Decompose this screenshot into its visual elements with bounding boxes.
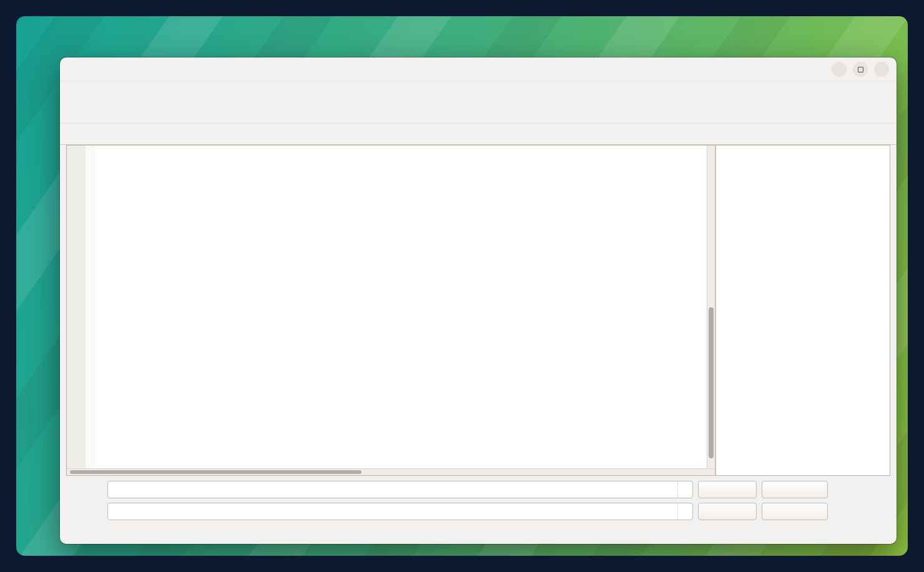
- minimize-button[interactable]: [832, 62, 847, 77]
- replace-combo: [107, 503, 693, 520]
- find-input[interactable]: [108, 481, 677, 498]
- find-row: [66, 480, 890, 498]
- horizontal-scroll-thumb[interactable]: [70, 470, 361, 474]
- title-bar[interactable]: [60, 57, 897, 81]
- maximize-button[interactable]: [853, 62, 868, 77]
- replace-row: [66, 502, 890, 520]
- code-editor[interactable]: [67, 145, 707, 468]
- find-combo: [107, 481, 693, 498]
- replace-all-button[interactable]: [762, 481, 828, 498]
- editor-vertical-scrollbar[interactable]: [707, 145, 715, 468]
- find-next-button[interactable]: [698, 481, 757, 498]
- desktop-background: [16, 16, 908, 556]
- window-controls: [832, 62, 889, 77]
- main-area: [66, 145, 890, 476]
- in-selection-button[interactable]: [762, 503, 828, 520]
- editor-pane[interactable]: [67, 145, 715, 475]
- output-pane[interactable]: [716, 145, 890, 475]
- scite-window: [60, 57, 897, 544]
- toolbar: [60, 99, 897, 124]
- maximize-icon: [858, 67, 863, 72]
- replace-history-dropdown[interactable]: [677, 503, 692, 520]
- close-button[interactable]: [874, 62, 889, 77]
- tab-bar: [60, 124, 897, 145]
- menu-bar: [60, 81, 897, 99]
- vertical-scroll-thumb[interactable]: [709, 307, 714, 459]
- replace-button[interactable]: [698, 503, 757, 520]
- editor-body: [67, 145, 715, 468]
- editor-horizontal-scrollbar[interactable]: [67, 468, 715, 475]
- find-replace-bar: [60, 476, 897, 523]
- replace-input[interactable]: [108, 503, 677, 520]
- status-bar: [60, 523, 897, 544]
- find-history-dropdown[interactable]: [677, 481, 692, 498]
